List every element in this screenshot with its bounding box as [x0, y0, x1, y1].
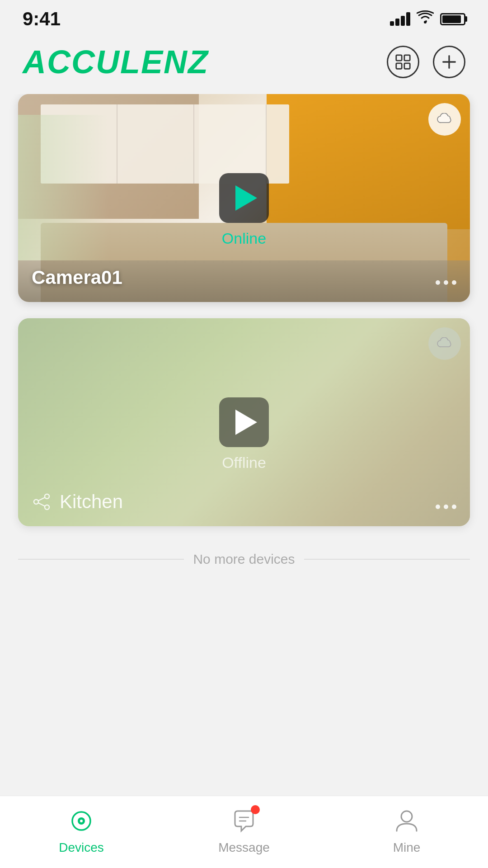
- devices-icon-wrap: [66, 805, 97, 837]
- dot3: [452, 280, 456, 285]
- camera01-card[interactable]: Online Camera01: [18, 94, 470, 302]
- nav-devices[interactable]: Devices: [0, 805, 163, 859]
- play-button-camera01[interactable]: [219, 173, 269, 223]
- play-button-kitchen[interactable]: [219, 397, 269, 447]
- cloud-icon-kitchen: [436, 337, 453, 350]
- kitchen-dot3: [452, 505, 456, 509]
- kitchen-card[interactable]: Offline Kitchen: [18, 318, 470, 526]
- svg-point-14: [80, 820, 83, 822]
- svg-point-8: [34, 500, 38, 504]
- nav-message-label: Message: [218, 840, 270, 855]
- camera01-status: Online: [222, 230, 266, 247]
- kitchen-name: Kitchen: [60, 491, 123, 513]
- kitchen-name-row: Kitchen: [32, 491, 123, 513]
- app-header: ACCULENZ: [0, 34, 488, 94]
- device-list: Online Camera01 Offline: [0, 94, 488, 594]
- share-icon: [32, 492, 52, 512]
- signal-icon: [390, 12, 410, 26]
- svg-rect-3: [396, 63, 402, 69]
- dot2: [444, 280, 448, 285]
- divider-right: [304, 559, 470, 560]
- play-icon-kitchen: [235, 410, 257, 435]
- kitchen-dot1: [436, 505, 440, 509]
- svg-point-0: [424, 21, 427, 24]
- svg-line-10: [38, 498, 45, 501]
- message-badge: [251, 805, 260, 814]
- cloud-storage-button-kitchen[interactable]: [428, 327, 461, 360]
- svg-rect-4: [404, 63, 410, 69]
- message-icon-wrap: [228, 805, 260, 837]
- camera01-name: Camera01: [32, 267, 122, 288]
- nav-mine[interactable]: Mine: [325, 805, 488, 859]
- svg-rect-2: [404, 55, 410, 61]
- camera01-menu[interactable]: [436, 280, 456, 285]
- wifi-icon: [417, 10, 434, 28]
- app-logo: ACCULENZ: [23, 43, 209, 80]
- cloud-icon: [436, 113, 453, 126]
- battery-icon: [440, 13, 465, 25]
- no-more-devices: No more devices: [18, 542, 470, 594]
- nav-mine-label: Mine: [393, 840, 421, 855]
- bottom-nav: Devices Message Mine: [0, 796, 488, 868]
- svg-line-11: [38, 503, 45, 506]
- play-icon-camera01: [235, 185, 257, 211]
- plus-icon: [441, 53, 458, 71]
- grid-button[interactable]: [387, 46, 419, 78]
- kitchen-menu[interactable]: [436, 505, 456, 509]
- nav-devices-label: Devices: [59, 840, 104, 855]
- grid-icon: [394, 53, 412, 71]
- nav-message[interactable]: Message: [163, 805, 325, 859]
- no-more-text: No more devices: [193, 552, 295, 567]
- status-time: 9:41: [23, 8, 61, 30]
- status-bar: 9:41: [0, 0, 488, 34]
- svg-rect-1: [396, 55, 402, 61]
- svg-point-7: [45, 494, 49, 499]
- kitchen-status: Offline: [222, 454, 266, 472]
- svg-point-17: [401, 811, 412, 822]
- header-actions: [387, 46, 465, 78]
- mine-icon-wrap: [391, 805, 422, 837]
- profile-icon: [393, 807, 420, 835]
- status-icons: [390, 10, 465, 28]
- kitchen-dot2: [444, 505, 448, 509]
- divider-left: [18, 559, 184, 560]
- add-button[interactable]: [433, 46, 465, 78]
- dot1: [436, 280, 440, 285]
- cloud-storage-button-camera01[interactable]: [428, 103, 461, 136]
- svg-point-9: [45, 505, 49, 509]
- devices-icon: [68, 807, 95, 835]
